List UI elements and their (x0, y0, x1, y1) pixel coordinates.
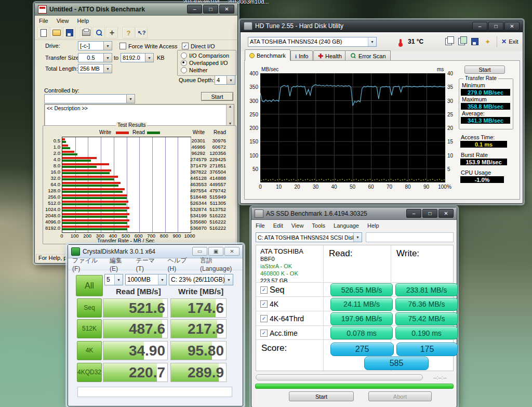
transfer-size-from-select[interactable]: 0.5▼ (78, 53, 112, 62)
maximum-label: Maximum (462, 96, 487, 102)
menu-edit[interactable]: Edit (269, 221, 287, 230)
print-icon[interactable] (80, 27, 92, 38)
menu-edit[interactable]: 編集(E) (105, 255, 132, 273)
x-tick: 30 (307, 184, 325, 190)
cdm-all-button[interactable]: All (76, 275, 103, 296)
minimize-icon[interactable]: – (406, 209, 421, 218)
scroll-down-icon[interactable]: ▼ (229, 122, 232, 125)
exit-button[interactable]: ✕ Exit (501, 38, 518, 45)
test-results-caption: Test Results (116, 122, 147, 128)
read-bar (62, 147, 70, 149)
minimize-icon[interactable]: ▭ (192, 247, 207, 256)
copy-image-icon[interactable] (458, 38, 465, 45)
force-write-access-checkbox[interactable]: Force Write Access (119, 43, 178, 49)
hdtune-start-button[interactable]: Start (464, 65, 505, 74)
total-length-select[interactable]: 256 MB▼ (78, 64, 112, 73)
scroll-up-icon[interactable]: ▲ (229, 104, 232, 108)
close-icon[interactable]: ✕ (219, 5, 234, 14)
cdm-test-button-seq[interactable]: Seq (77, 298, 102, 318)
minimize-icon[interactable]: – (472, 22, 487, 31)
queue-depth-select[interactable]: 4▼ (215, 75, 235, 85)
test-count-select[interactable]: 5▼ (104, 274, 123, 285)
bar-pair (62, 219, 190, 225)
menu-language[interactable]: 言語(Language) (196, 255, 243, 273)
description-scrollbar[interactable]: ▲▼ (226, 104, 234, 125)
atto-chart-row: 4.0274579229425 (43, 156, 226, 162)
test-size-select[interactable]: 1000MB▼ (125, 274, 167, 285)
tab-benchmark[interactable]: Benchmark (245, 49, 290, 61)
menu-theme[interactable]: テーマ(T) (132, 255, 164, 273)
radio-neither[interactable]: Neither (181, 67, 207, 73)
write-bar (62, 138, 65, 140)
drive-select[interactable]: [-c-]▼ (78, 41, 112, 50)
atto-chart-row: 1024.0532874513752 (43, 206, 226, 213)
menu-view[interactable]: View (287, 221, 308, 230)
asssd-drive-select[interactable]: C: ATA TOSHIBA THNSNS24 SCSI Disk D▼ (256, 232, 362, 242)
test-checkbox[interactable]: ✓ (260, 315, 268, 322)
close-icon[interactable]: ✕ (438, 209, 454, 218)
save-icon[interactable] (471, 38, 478, 45)
open-file-icon[interactable] (50, 27, 62, 38)
tab-error-scan[interactable]: Error Scan (345, 50, 391, 61)
minimum-value: 279.0 MB/sec (461, 89, 510, 96)
help-icon[interactable]: ? (123, 27, 135, 38)
atto-titlebar[interactable]: Untitled - ATTO Disk Benchmark – □ ✕ (35, 3, 237, 16)
hdtune-toolbar: ATA TOSHIBA THNSNS24 (240 GB)▼ 31 °C ✦ ✕… (241, 32, 523, 51)
controlled-by-select[interactable]: ▼ (44, 94, 135, 103)
write-header: Write: (396, 248, 419, 259)
asssd-abort-button[interactable]: Abort (368, 391, 432, 401)
cdm-comment-field[interactable] (77, 387, 232, 397)
burst-rate-value: 153.9 MB/sec (460, 159, 507, 165)
direct-io-checkbox[interactable]: ✓Direct I/O (182, 43, 215, 49)
atto-start-button[interactable]: Start (201, 92, 233, 101)
menu-tools[interactable]: Tools (308, 221, 329, 230)
cdm-test-button-4k[interactable]: 4K (77, 341, 102, 360)
menu-file[interactable]: File (251, 221, 269, 230)
radio-overlapped-io[interactable]: Overlapped I/O (181, 60, 228, 66)
menu-file[interactable]: ファイル(F) (68, 255, 105, 273)
menu-language[interactable]: Language (329, 221, 363, 230)
read-value-badge: 0.078 ms (330, 326, 393, 339)
radio-io-comparison[interactable]: I/O Comparison (181, 52, 229, 59)
menu-view[interactable]: View (52, 17, 73, 25)
maximize-icon[interactable]: □ (488, 22, 503, 31)
write-value: 518448 (190, 194, 205, 200)
menu-help[interactable]: Help (73, 17, 93, 25)
asssd-empty-field[interactable] (366, 232, 454, 242)
minimize-icon[interactable]: – (187, 5, 202, 14)
tab-health[interactable]: ✚Health (313, 50, 347, 61)
test-checkbox[interactable]: ✓ (260, 300, 268, 308)
y-tick-right: 10 (447, 153, 453, 159)
maximize-icon[interactable]: □ (422, 209, 437, 218)
tab-info[interactable]: iInfo (290, 50, 313, 61)
close-icon[interactable]: ✕ (224, 247, 240, 256)
asssd-start-button[interactable]: Start (289, 391, 354, 401)
test-checkbox[interactable]: ✓ (260, 330, 268, 337)
options-icon[interactable]: ✦ (485, 38, 490, 46)
hdtune-drive-select[interactable]: ATA TOSHIBA THNSNS24 (240 GB)▼ (248, 37, 377, 47)
menu-help[interactable]: ヘルプ(H) (164, 255, 196, 273)
context-help-icon[interactable]: ↖? (136, 27, 148, 38)
cdm-test-button-512k[interactable]: 512K (77, 319, 102, 338)
save-icon[interactable] (63, 27, 75, 38)
print-preview-icon[interactable] (93, 27, 105, 38)
move-icon[interactable]: ✛ (106, 27, 118, 38)
test-checkbox[interactable]: ✓ (260, 286, 268, 294)
maximize-icon[interactable]: ▣ (208, 247, 223, 256)
atto-chart-row: 128.0497554479742 (43, 188, 226, 194)
transfer-size-to-select[interactable]: 8192.0▼ (121, 53, 154, 62)
maximize-icon[interactable]: □ (203, 5, 218, 14)
hdtune-titlebar[interactable]: HD Tune 2.55 - Hard Disk Utility – □ ✕ (241, 20, 523, 32)
bar-pair (62, 168, 190, 175)
x-tick: 100% (436, 184, 454, 190)
menu-help[interactable]: Help (363, 221, 383, 230)
copy-text-icon[interactable] (445, 38, 452, 45)
atto-chart-row: 64.0463553449557 (43, 181, 226, 187)
new-file-icon[interactable] (37, 27, 49, 38)
cdm-test-button-4kqd32[interactable]: 4KQD32 (77, 363, 102, 382)
cdm-write-header: Write [MB/s] (178, 287, 223, 296)
asssd-titlebar[interactable]: AS SSD Benchmark 1.6.4194.30325 – □ ✕ (251, 207, 457, 220)
close-icon[interactable]: ✕ (504, 22, 520, 31)
target-drive-select[interactable]: C: 23% (26/110GB)▼ (169, 274, 233, 285)
menu-file[interactable]: File (35, 17, 52, 25)
